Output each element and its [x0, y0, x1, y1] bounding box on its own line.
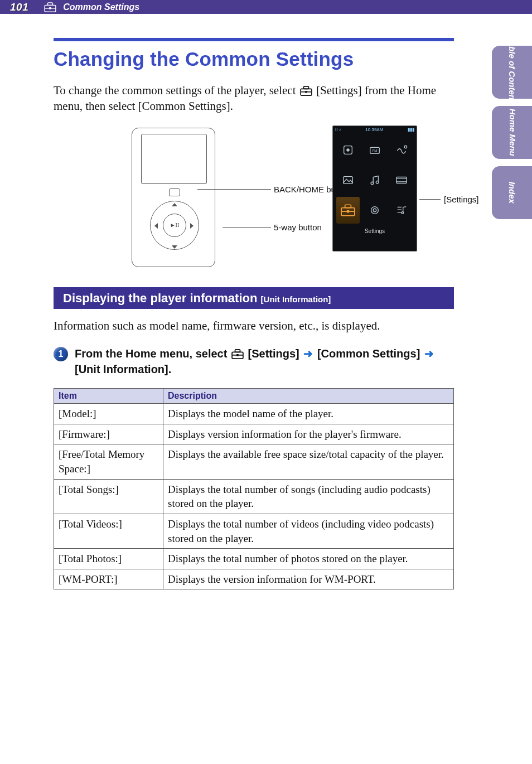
hm-icon-podcast: [363, 197, 386, 224]
header-section-label: Common Settings: [63, 2, 139, 12]
toolbox-icon: [231, 349, 244, 359]
hm-icon-settings-selected: [336, 197, 360, 224]
table-row: [WM-PORT:] Displays the version informat…: [54, 569, 454, 589]
step-badge: 1: [54, 347, 68, 361]
step-number: 1: [59, 349, 64, 359]
subsection-title: Displaying the player information: [63, 291, 257, 305]
subsection-bar: Displaying the player information [Unit …: [54, 287, 454, 309]
table-cell-item: [Free/Total Memory Space:]: [54, 444, 163, 479]
table-header-description: Description: [163, 389, 454, 404]
svg-rect-29: [236, 354, 239, 356]
svg-rect-16: [396, 177, 407, 183]
home-menu-mock: II ♪ 10:39AM ▮▮▮ FM Settings: [332, 125, 417, 252]
table-row: [Total Videos:] Displays the total numbe…: [54, 514, 454, 548]
step-text: From the Home menu, select [Settings] ➜ …: [75, 346, 454, 377]
leader-line-backhome: [197, 189, 271, 190]
fiveway-left: [154, 223, 158, 229]
table-row: [Free/Total Memory Space:] Displays the …: [54, 444, 454, 479]
step-1: 1 From the Home menu, select [Settings] …: [54, 346, 454, 377]
hm-clock: 10:39AM: [365, 127, 383, 132]
table-cell-desc: Displays the total number of videos (inc…: [163, 514, 454, 548]
svg-point-23: [373, 209, 376, 212]
fiveway-center: ►II: [163, 214, 186, 237]
intro-paragraph: To change the common settings of the pla…: [54, 83, 454, 114]
page-header: 101 Common Settings: [0, 0, 532, 14]
side-tab-home-menu[interactable]: Home Menu: [492, 106, 532, 159]
svg-rect-20: [345, 205, 351, 207]
table-cell-item: [Total Photos:]: [54, 549, 163, 569]
table-cell-desc: Displays the available free space size/t…: [163, 444, 454, 479]
step-s2: [Common Settings]: [317, 347, 423, 360]
table-cell-desc: Displays the version information for WM-…: [163, 569, 454, 589]
table-header-item: Item: [54, 389, 163, 404]
svg-rect-1: [48, 2, 53, 4]
table-cell-desc: Displays the total number of songs (incl…: [163, 479, 454, 514]
hm-icon-fm: FM: [363, 137, 386, 163]
table-cell-desc: Displays the total number of photos stor…: [163, 549, 454, 569]
table-row: [Total Songs:] Displays the total number…: [54, 479, 454, 514]
label-settings: [Settings]: [444, 195, 479, 204]
svg-rect-5: [303, 86, 308, 89]
device-screen: [141, 134, 207, 184]
content-region: Changing the Common Settings To change t…: [54, 38, 454, 589]
leader-line-settings: [419, 199, 441, 200]
toolbox-icon: [44, 2, 56, 12]
hm-status-right: ▮▮▮: [408, 127, 414, 132]
side-tab-index[interactable]: Index: [492, 166, 532, 219]
svg-rect-22: [347, 210, 349, 212]
svg-point-24: [371, 206, 379, 214]
title-rule: [54, 38, 454, 41]
hm-icon-photos: [336, 167, 360, 194]
hm-icon-music: [363, 167, 386, 194]
page-title: Changing the Common Settings: [54, 48, 454, 70]
svg-point-9: [346, 148, 350, 152]
svg-text:FM: FM: [372, 148, 377, 152]
hm-status-bar: II ♪ 10:39AM ▮▮▮: [333, 126, 417, 133]
table-cell-desc: Displays version information for the pla…: [163, 424, 454, 444]
svg-point-15: [376, 181, 379, 183]
subsection-description: Information such as model name, firmware…: [54, 318, 454, 333]
device-figure: ►II BACK/HOME button 5-way button II ♪ 1…: [54, 125, 454, 270]
hm-status-left: II ♪: [335, 127, 341, 132]
table-cell-item: [Firmware:]: [54, 424, 163, 444]
back-home-button-shape: [169, 188, 180, 196]
side-tab-home-menu-label: Home Menu: [507, 109, 517, 156]
svg-rect-27: [235, 350, 240, 352]
subsection-subtitle: [Unit Information]: [258, 294, 331, 304]
hm-icon-noise: [390, 137, 413, 163]
arrow-icon: ➜: [303, 347, 313, 360]
svg-rect-7: [305, 91, 307, 93]
table-row: [Model:] Displays the model name of the …: [54, 404, 454, 424]
side-tab-index-label: Index: [507, 182, 517, 204]
table-cell-item: [Total Videos:]: [54, 514, 163, 548]
page-number: 101: [10, 1, 28, 13]
hm-icon-videos: [390, 167, 413, 194]
step-s1: [Settings]: [248, 347, 303, 360]
hm-icon-noisecancel: [336, 137, 360, 163]
svg-point-25: [402, 211, 404, 214]
hm-caption: Settings: [333, 227, 417, 234]
side-tab-toc-label: Table of Contents: [507, 37, 517, 107]
table-cell-item: [Total Songs:]: [54, 479, 163, 514]
fiveway-right: [190, 223, 194, 229]
arrow-icon: ➜: [424, 347, 434, 360]
table-cell-item: [WM-PORT:]: [54, 569, 163, 589]
table-row: [Firmware:] Displays version information…: [54, 424, 454, 444]
label-fiveway: 5-way button: [274, 223, 322, 232]
device-outline: ►II: [132, 128, 215, 267]
fiveway-down: [172, 245, 177, 249]
unit-info-table: Item Description [Model:] Displays the m…: [54, 388, 454, 589]
intro-text-a: To change the common settings of the pla…: [54, 84, 299, 97]
side-tab-toc[interactable]: Table of Contents: [492, 46, 532, 99]
toolbox-icon: [300, 86, 312, 96]
leader-line-fiveway: [223, 227, 271, 228]
step-s3: [Unit Information].: [75, 363, 171, 375]
fiveway-up: [172, 203, 177, 206]
table-cell-desc: Displays the model name of the player.: [163, 404, 454, 424]
hm-icon-playlists: [390, 197, 413, 224]
table-cell-item: [Model:]: [54, 404, 163, 424]
svg-point-12: [404, 146, 407, 148]
step-pre: From the Home menu, select: [75, 347, 230, 360]
table-row: [Total Photos:] Displays the total numbe…: [54, 549, 454, 569]
svg-rect-3: [49, 7, 51, 9]
